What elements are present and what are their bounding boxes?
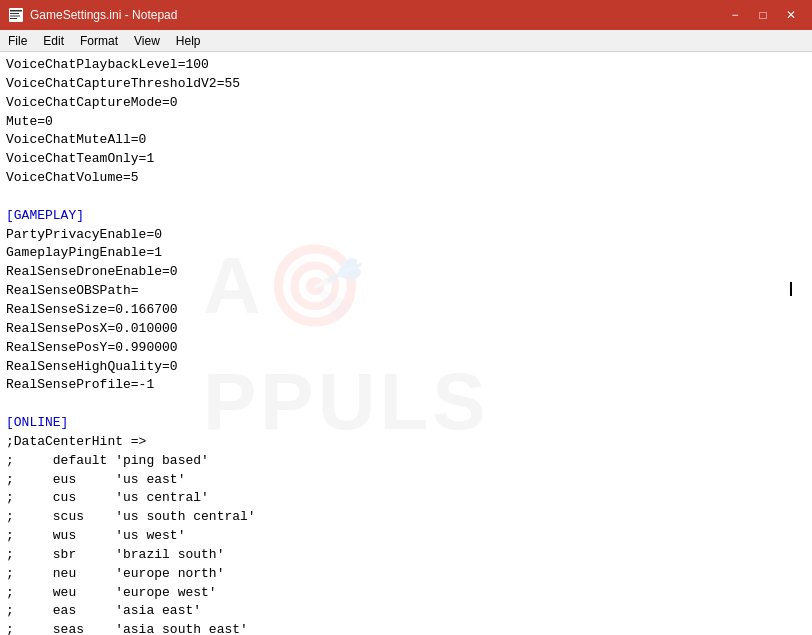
editor-line: [GAMEPLAY] <box>6 207 806 226</box>
editor-line: RealSensePosX=0.010000 <box>6 320 806 339</box>
editor-line: RealSenseHighQuality=0 <box>6 358 806 377</box>
editor-line: VoiceChatPlaybackLevel=100 <box>6 56 806 75</box>
editor-line: ;DataCenterHint => <box>6 433 806 452</box>
editor-area[interactable]: A🎯PPULS VoiceChatPlaybackLevel=100VoiceC… <box>0 52 812 635</box>
editor-line: RealSensePosY=0.990000 <box>6 339 806 358</box>
minimize-button[interactable]: − <box>722 5 748 25</box>
editor-line: ; wus 'us west' <box>6 527 806 546</box>
close-button[interactable]: ✕ <box>778 5 804 25</box>
editor-line: ; eas 'asia east' <box>6 602 806 621</box>
editor-line: RealSenseDroneEnable=0 <box>6 263 806 282</box>
text-cursor <box>790 282 792 296</box>
menu-edit[interactable]: Edit <box>35 30 72 51</box>
menu-format[interactable]: Format <box>72 30 126 51</box>
editor-line: VoiceChatTeamOnly=1 <box>6 150 806 169</box>
editor-line: ; seas 'asia south east' <box>6 621 806 635</box>
menu-file[interactable]: File <box>0 30 35 51</box>
editor-line: [ONLINE] <box>6 414 806 433</box>
svg-rect-3 <box>10 16 20 17</box>
window-controls: − □ ✕ <box>722 5 804 25</box>
maximize-button[interactable]: □ <box>750 5 776 25</box>
editor-line: ; cus 'us central' <box>6 489 806 508</box>
editor-line: Mute=0 <box>6 113 806 132</box>
menu-view[interactable]: View <box>126 30 168 51</box>
editor-line: ; weu 'europe west' <box>6 584 806 603</box>
editor-line: ; neu 'europe north' <box>6 565 806 584</box>
editor-line: VoiceChatMuteAll=0 <box>6 131 806 150</box>
svg-rect-1 <box>10 10 22 12</box>
editor-line: PartyPrivacyEnable=0 <box>6 226 806 245</box>
editor-line: VoiceChatCaptureThresholdV2=55 <box>6 75 806 94</box>
text-content: VoiceChatPlaybackLevel=100VoiceChatCaptu… <box>6 56 806 635</box>
editor-line: ; sbr 'brazil south' <box>6 546 806 565</box>
window-title: GameSettings.ini - Notepad <box>30 8 716 22</box>
menu-help[interactable]: Help <box>168 30 209 51</box>
editor-line <box>6 395 806 414</box>
svg-rect-4 <box>10 18 17 19</box>
menu-bar: File Edit Format View Help <box>0 30 812 52</box>
editor-line: GameplayPingEnable=1 <box>6 244 806 263</box>
svg-rect-2 <box>10 13 19 14</box>
editor-line: RealSenseProfile=-1 <box>6 376 806 395</box>
title-bar: GameSettings.ini - Notepad − □ ✕ <box>0 0 812 30</box>
app-icon <box>8 7 24 23</box>
editor-line: RealSenseSize=0.166700 <box>6 301 806 320</box>
editor-line: VoiceChatVolume=5 <box>6 169 806 188</box>
editor-line <box>6 188 806 207</box>
editor-line: RealSenseOBSPath= <box>6 282 806 301</box>
editor-line: VoiceChatCaptureMode=0 <box>6 94 806 113</box>
editor-line: ; default 'ping based' <box>6 452 806 471</box>
editor-line: ; eus 'us east' <box>6 471 806 490</box>
editor-line: ; scus 'us south central' <box>6 508 806 527</box>
